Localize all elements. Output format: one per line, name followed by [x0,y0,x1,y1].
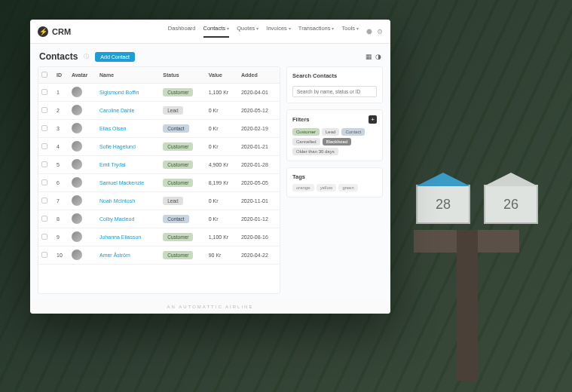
tag-green[interactable]: green [338,184,357,191]
contact-name-link[interactable]: Colby Macleod [99,216,134,222]
contact-name-link[interactable]: Samuel Mackenzie [99,180,144,185]
contacts-table: ID Avatar Name Status Value Added 1Sigis… [38,67,280,265]
status-badge: Customer [163,179,193,187]
nav-contacts[interactable]: Contacts▾ [203,25,230,38]
tags-panel: Tags orange yellow green [286,167,383,198]
avatar [72,177,82,188]
row-checkbox[interactable] [41,179,47,185]
nav-dashboard[interactable]: Dashboard [168,25,196,38]
filter-older[interactable]: Older than 30 days [292,148,338,155]
filter-lead[interactable]: Lead [322,128,339,136]
table-row[interactable]: 9Johanna EliassonCustomer1,100 Kr2020-08… [38,228,280,247]
status-badge: Lead [163,197,182,205]
filter-cancelled[interactable]: Cancelled [292,138,320,145]
add-contact-button[interactable]: Add Contact [95,52,135,62]
nav-transactions[interactable]: Transactions▾ [298,25,335,38]
status-badge: Customer [163,88,193,96]
row-checkbox[interactable] [41,216,47,222]
contact-name-link[interactable]: Sigismond Boffin [99,90,139,95]
layout-toggle-icon[interactable]: ▦ [366,53,372,60]
table-row[interactable]: 3Elias OlsenContact0 Kr2020-02-19 [38,120,280,138]
nav-quotes[interactable]: Quotes▾ [237,25,258,38]
cell-added: 2020-08-16 [238,228,280,247]
row-checkbox[interactable] [41,234,47,240]
table-row[interactable]: 8Colby MacleodContact0 Kr2020-01-12 [38,210,280,228]
contact-name-link[interactable]: Sofie Hagelund [99,144,136,149]
main-header: ⚡ CRM Dashboard Contacts▾ Quotes▾ Invoic… [30,20,390,44]
avatar [72,87,82,97]
col-value[interactable]: Value [206,67,238,84]
row-checkbox[interactable] [41,161,47,167]
table-row[interactable]: 1Sigismond BoffinCustomer1,100 Kr2020-04… [38,84,280,102]
row-checkbox[interactable] [41,89,47,95]
table-header-row: ID Avatar Name Status Value Added [38,67,280,84]
avatar [72,250,82,260]
table-row[interactable]: 2Caroline DahleLead0 Kr2020-05-12 [38,102,280,120]
filters-title: Filters [292,116,310,123]
cell-id: 6 [54,174,69,192]
col-id[interactable]: ID [54,67,69,84]
nav-tools[interactable]: Tools▾ [341,25,359,38]
cell-added: 2020-01-12 [238,210,280,228]
contact-name-link[interactable]: Elias Olsen [99,126,126,131]
cell-id: 2 [54,102,69,120]
col-status[interactable]: Status [160,67,205,84]
header-actions: ⬣ ⚙ [366,28,383,35]
cell-id: 3 [54,120,69,138]
status-badge: Customer [163,142,193,151]
status-badge: Lead [163,106,182,115]
col-added[interactable]: Added [238,67,280,84]
cell-value: 0 Kr [206,102,238,120]
add-filter-button[interactable]: + [369,115,377,124]
row-checkbox[interactable] [41,125,47,131]
filter-contact[interactable]: Contact [341,128,365,136]
bolt-icon: ⚡ [38,26,48,37]
cell-added: 2020-05-05 [238,174,280,192]
contacts-table-wrap: ID Avatar Name Status Value Added 1Sigis… [38,66,280,294]
cell-added: 2020-04-22 [238,247,280,265]
contact-name-link[interactable]: Amer Åström [99,253,130,258]
table-row[interactable]: 5Emil TrydalCustomer4,900 Kr2020-01-28 [38,156,280,174]
cell-value: 0 Kr [206,192,238,210]
chevron-down-icon: ▾ [256,26,258,31]
row-checkbox[interactable] [41,107,47,113]
more-icon[interactable]: ◑ [375,53,381,60]
contact-name-link[interactable]: Caroline Dahle [99,108,134,113]
page-subtitle-icon: ⓘ [84,53,89,60]
nav-contacts-label: Contacts [203,25,226,32]
cell-id: 4 [54,138,69,156]
filter-pills: Customer Lead Contact Cancelled Blacklis… [292,128,377,155]
search-input[interactable] [292,86,377,97]
mailbox-post-vertical [457,230,478,381]
cell-id: 8 [54,210,69,228]
select-all-checkbox[interactable] [41,72,47,78]
table-row[interactable]: 6Samuel MackenzieCustomer8,199 Kr2020-05… [38,174,280,192]
page-body: ID Avatar Name Status Value Added 1Sigis… [30,66,390,300]
row-checkbox[interactable] [41,198,47,204]
cell-added: 2020-05-12 [238,102,280,120]
nav-invoices[interactable]: Invoices▾ [266,25,291,38]
sidebar: Search Contacts Filters + Customer Lead … [286,66,383,294]
contact-name-link[interactable]: Johanna Eliasson [99,234,141,240]
search-panel: Search Contacts [286,66,383,103]
table-row[interactable]: 10Amer ÅströmCustomer90 Kr2020-04-22 [38,247,280,265]
contact-name-link[interactable]: Emil Trydal [99,162,126,167]
gear-icon[interactable]: ⚙ [377,28,383,35]
chevron-down-icon: ▾ [332,26,334,31]
tag-yellow[interactable]: yellow [317,184,337,191]
filter-blacklisted[interactable]: Blacklisted [323,138,352,145]
contact-name-link[interactable]: Noah McIntosh [99,198,135,204]
plugin-icon[interactable]: ⬣ [366,28,372,35]
table-row[interactable]: 7Noah McIntoshLead0 Kr2020-11-01 [38,192,280,210]
brand-logo[interactable]: ⚡ CRM [38,26,71,37]
col-name[interactable]: Name [96,67,160,84]
row-checkbox[interactable] [41,252,47,258]
avatar [72,213,82,224]
filter-customer[interactable]: Customer [292,128,320,136]
avatar [72,231,82,242]
tag-orange[interactable]: orange [292,184,314,191]
table-row[interactable]: 4Sofie HagelundCustomer0 Kr2020-01-21 [38,138,280,156]
row-checkbox[interactable] [41,143,47,149]
cell-id: 1 [54,84,69,102]
avatar [72,141,82,152]
